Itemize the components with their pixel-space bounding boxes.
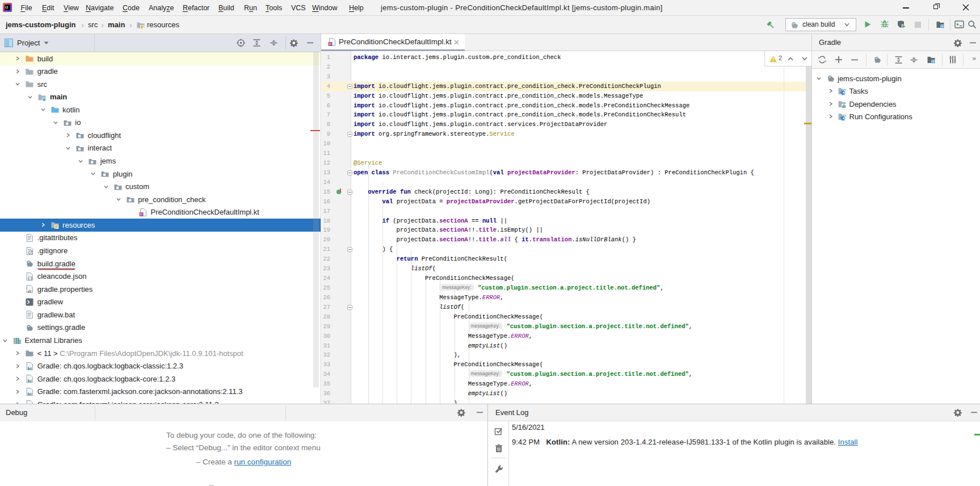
svg-text:{}: {} bbox=[27, 275, 33, 280]
